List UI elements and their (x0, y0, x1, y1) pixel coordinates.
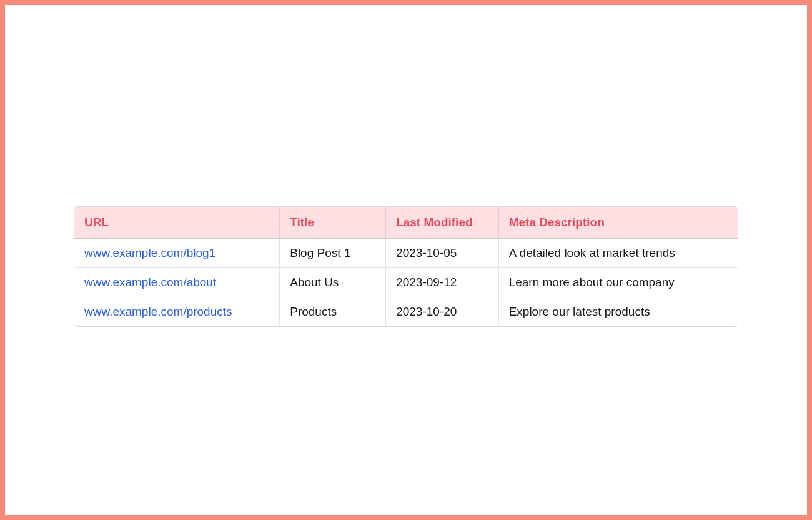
header-url: URL (74, 207, 280, 239)
header-title: Title (280, 207, 386, 239)
url-table: URL Title Last Modified Meta Description… (74, 206, 738, 327)
table-container: URL Title Last Modified Meta Description… (74, 206, 738, 327)
cell-title: About Us (280, 268, 386, 298)
table-row: www.example.com/about About Us 2023-09-1… (74, 268, 738, 298)
cell-url: www.example.com/about (74, 268, 280, 298)
cell-title: Blog Post 1 (280, 239, 386, 268)
cell-title: Products (280, 298, 386, 326)
cell-last-modified: 2023-09-12 (386, 268, 499, 298)
cell-last-modified: 2023-10-05 (386, 239, 499, 268)
cell-meta-description: Explore our latest products (499, 298, 738, 326)
url-link[interactable]: www.example.com/blog1 (84, 246, 215, 259)
header-last-modified: Last Modified (386, 207, 499, 239)
cell-url: www.example.com/products (74, 298, 280, 326)
cell-last-modified: 2023-10-20 (386, 298, 499, 326)
cell-meta-description: Learn more about our company (499, 268, 738, 298)
table-row: www.example.com/blog1 Blog Post 1 2023-1… (74, 239, 738, 268)
url-link[interactable]: www.example.com/products (84, 305, 232, 318)
table-header-row: URL Title Last Modified Meta Description (74, 207, 738, 239)
table-row: www.example.com/products Products 2023-1… (74, 298, 738, 326)
url-link[interactable]: www.example.com/about (84, 276, 216, 289)
cell-url: www.example.com/blog1 (74, 239, 280, 268)
header-meta-description: Meta Description (499, 207, 738, 239)
cell-meta-description: A detailed look at market trends (499, 239, 738, 268)
